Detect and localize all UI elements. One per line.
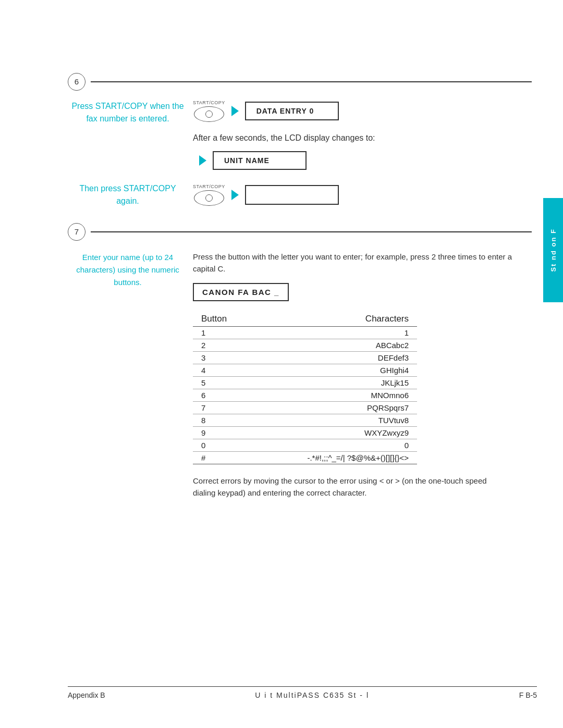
press-button-text: Press the button with the letter you wan… — [193, 251, 532, 275]
table-row: 3DEFdef3 — [193, 352, 417, 364]
enter-name-section: Enter your name (up to 24 characters) us… — [68, 251, 532, 499]
button-cell: 6 — [193, 389, 252, 402]
then-press-instruction: Then press START/COPY again. — [68, 182, 188, 207]
canon-fax-display: CANON FA BAC _ — [193, 283, 289, 301]
characters-cell: JKLjk15 — [252, 377, 417, 389]
arrow-6 — [231, 106, 239, 116]
table-row: 00 — [193, 439, 417, 452]
startcopy-shape-6 — [194, 106, 224, 122]
then-press-device: START/COPY — [193, 184, 339, 206]
characters-cell: WXYZwxyz9 — [252, 427, 417, 439]
button-cell: 1 — [193, 327, 252, 339]
step-6-instruction: Press START/COPY when the fax number is … — [68, 100, 188, 125]
table-row: 9WXYZwxyz9 — [193, 427, 417, 439]
enter-name-instruction: Enter your name (up to 24 characters) us… — [68, 251, 188, 289]
footer-middle: U i t MultiPASS C635 St - l — [255, 691, 369, 699]
characters-cell: MNOmno6 — [252, 389, 417, 402]
footer: Appendix B U i t MultiPASS C635 St - l F… — [68, 686, 537, 699]
table-row: 8TUVtuv8 — [193, 414, 417, 427]
correct-errors-text: Correct errors by moving the cursor to t… — [193, 475, 495, 499]
characters-cell: ABCabc2 — [252, 339, 417, 352]
table-row: 11 — [193, 327, 417, 339]
side-tab: St nd on F — [543, 198, 563, 302]
footer-left: Appendix B — [68, 691, 105, 699]
characters-cell: DEFdef3 — [252, 352, 417, 364]
startcopy-inner-6 — [205, 110, 213, 118]
characters-cell: TUVtuv8 — [252, 414, 417, 427]
enter-name-right: Press the button with the letter you wan… — [193, 251, 532, 499]
characters-cell: PQRSpqrs7 — [252, 402, 417, 414]
startcopy-label-6: START/COPY — [193, 100, 225, 105]
arrow-again — [231, 190, 239, 200]
col-button-header: Button — [193, 312, 252, 327]
step-6-header: 6 — [68, 73, 532, 91]
then-press-row: Then press START/COPY again. START/COPY — [68, 182, 532, 207]
side-tab-text: St nd on F — [549, 228, 557, 272]
button-cell: 9 — [193, 427, 252, 439]
table-row: 4GHIghi4 — [193, 364, 417, 377]
step-6-content: Press START/COPY when the fax number is … — [68, 100, 532, 125]
table-row: 2ABCabc2 — [193, 339, 417, 352]
table-row: 5JKLjk15 — [193, 377, 417, 389]
startcopy-button-again[interactable]: START/COPY — [193, 184, 225, 206]
step-6-circle: 6 — [68, 73, 85, 91]
button-cell: 5 — [193, 377, 252, 389]
button-cell: 0 — [193, 439, 252, 452]
button-cell: 7 — [193, 402, 252, 414]
lcd-unit-name: UNIT NAME — [213, 151, 307, 170]
characters-cell: -.*#!,;;^_=/| ?$@%&+()[][]{}<> — [252, 452, 417, 464]
step-7-header: 7 — [68, 223, 532, 241]
button-cell: 4 — [193, 364, 252, 377]
step-7-line — [91, 231, 532, 232]
after-seconds-text: After a few seconds, the LCD display cha… — [193, 133, 532, 143]
characters-cell: GHIghi4 — [252, 364, 417, 377]
main-content: 6 Press START/COPY when the fax number i… — [68, 73, 532, 510]
characters-table: Button Characters 112ABCabc23DEFdef34GHI… — [193, 312, 417, 464]
footer-right: F B-5 — [519, 691, 537, 699]
button-cell: 3 — [193, 352, 252, 364]
button-cell: 2 — [193, 339, 252, 352]
step-6-line — [91, 81, 532, 82]
lcd-empty — [245, 185, 339, 205]
startcopy-label-again: START/COPY — [193, 184, 225, 189]
page: St nd on F 6 Press START/COPY when the f… — [0, 0, 563, 728]
col-characters-header: Characters — [252, 312, 417, 327]
step-6-device: START/COPY DATA ENTRY 0 — [193, 100, 339, 122]
startcopy-inner-again — [205, 194, 213, 202]
button-cell: 8 — [193, 414, 252, 427]
step-7-circle: 7 — [68, 223, 85, 241]
startcopy-shape-again — [194, 190, 224, 206]
unit-name-row: UNIT NAME — [193, 151, 532, 170]
characters-cell: 1 — [252, 327, 417, 339]
button-cell: # — [193, 452, 252, 464]
table-row: #-.*#!,;;^_=/| ?$@%&+()[][]{}<> — [193, 452, 417, 464]
lcd-display-6: DATA ENTRY 0 — [245, 102, 339, 120]
table-row: 6MNOmno6 — [193, 389, 417, 402]
table-row: 7PQRSpqrs7 — [193, 402, 417, 414]
arrow-unit-name — [199, 155, 206, 166]
startcopy-button-6[interactable]: START/COPY — [193, 100, 225, 122]
characters-cell: 0 — [252, 439, 417, 452]
